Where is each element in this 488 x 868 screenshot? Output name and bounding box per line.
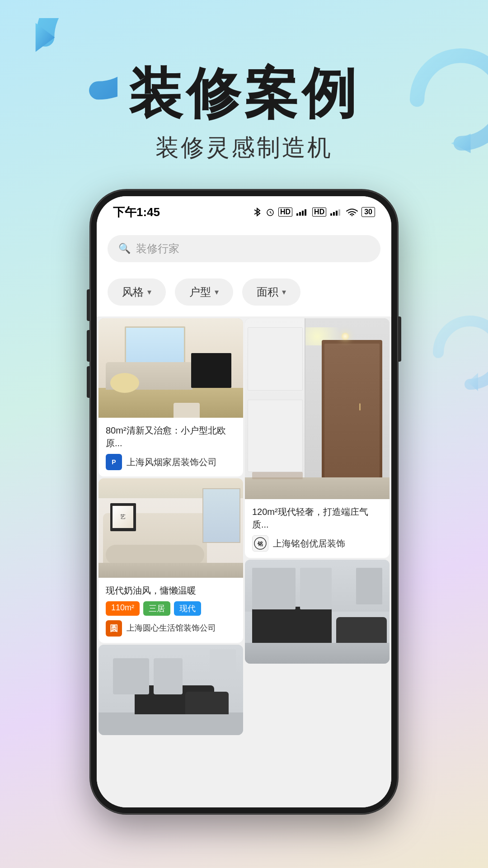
svg-rect-6 bbox=[296, 213, 298, 216]
svg-rect-13 bbox=[338, 209, 340, 216]
company-logo-icon: 铭 bbox=[253, 537, 267, 550]
card-2-tags: 110m² 三居 现代 bbox=[106, 601, 236, 616]
status-bar: 下午1:45 HD bbox=[97, 196, 391, 228]
card-3-logo: 铭 bbox=[252, 535, 268, 552]
signal-icon bbox=[296, 208, 309, 216]
col-right: 120m²现代轻奢，打造端庄气质... 铭 上海铭创优居装饰 bbox=[245, 318, 389, 807]
card-2-company-name: 上海圆心生活馆装饰公司 bbox=[127, 623, 216, 633]
chevron-down-icon: ▾ bbox=[215, 287, 219, 297]
card-luxury[interactable] bbox=[245, 560, 389, 664]
tag-room: 三居 bbox=[143, 601, 170, 616]
svg-line-5 bbox=[270, 212, 272, 213]
signal-icon2 bbox=[330, 208, 343, 216]
page-title: 装修案例 bbox=[128, 63, 360, 123]
search-container: 🔍 装修行家 bbox=[97, 228, 391, 271]
card-3-company: 铭 上海铭创优居装饰 bbox=[252, 535, 382, 552]
status-icons: HD HD bbox=[252, 207, 375, 217]
bluetooth-icon bbox=[252, 208, 262, 217]
tag-area: 110m² bbox=[106, 601, 140, 616]
chevron-down-icon: ▾ bbox=[147, 287, 151, 297]
bg-arrow-bottom-right bbox=[425, 307, 488, 398]
card-2-logo: 圆 bbox=[106, 620, 122, 637]
filter-layout[interactable]: 户型 ▾ bbox=[175, 278, 233, 306]
phone-screen: 下午1:45 HD bbox=[97, 196, 391, 807]
card-1-title: 80m²清新又治愈：小户型北欧原... bbox=[106, 424, 236, 449]
chevron-down-icon: ▾ bbox=[282, 287, 286, 297]
card-1-company-name: 上海风烟家居装饰公司 bbox=[127, 456, 217, 468]
card-1-info: 80m²清新又治愈：小户型北欧原... P 上海风烟家居装饰公司 bbox=[99, 418, 243, 476]
col-left: 80m²清新又治愈：小户型北欧原... P 上海风烟家居装饰公司 bbox=[99, 318, 243, 807]
hd-label: HD bbox=[278, 208, 292, 217]
card-living-room[interactable]: 80m²清新又治愈：小户型北欧原... P 上海风烟家居装饰公司 bbox=[99, 318, 243, 476]
card-flat[interactable] bbox=[99, 645, 243, 735]
card-1-company: P 上海风烟家居装饰公司 bbox=[106, 454, 236, 470]
header-section: 装修案例 装修灵感制造机 bbox=[0, 27, 488, 164]
filter-area[interactable]: 面积 ▾ bbox=[242, 278, 300, 306]
card-3-company-name: 上海铭创优居装饰 bbox=[273, 538, 345, 550]
battery-label: 30 bbox=[361, 207, 375, 217]
card-3-info: 120m²现代轻奢，打造端庄气质... 铭 上海铭创优居装饰 bbox=[245, 499, 389, 558]
alarm-icon bbox=[266, 208, 275, 217]
search-bar[interactable]: 🔍 装修行家 bbox=[108, 235, 380, 262]
card-2-title: 现代奶油风，慵懒温暖 bbox=[106, 584, 236, 597]
filter-style[interactable]: 风格 ▾ bbox=[108, 278, 166, 306]
card-2-info: 现代奶油风，慵懒温暖 110m² 三居 现代 圆 上海圆心生活馆装饰公司 bbox=[99, 578, 243, 643]
phone-mockup: 下午1:45 HD bbox=[90, 190, 398, 814]
content-grid: 80m²清新又治愈：小户型北欧原... P 上海风烟家居装饰公司 bbox=[97, 316, 391, 807]
svg-rect-7 bbox=[299, 212, 301, 216]
hd-label2: HD bbox=[312, 208, 326, 217]
svg-rect-11 bbox=[333, 212, 335, 216]
card-1-logo: P bbox=[106, 454, 122, 470]
svg-rect-9 bbox=[305, 209, 306, 216]
svg-text:铭: 铭 bbox=[257, 541, 263, 547]
card-hallway[interactable]: 120m²现代轻奢，打造端庄气质... 铭 上海铭创优居装饰 bbox=[245, 318, 389, 558]
tag-style: 现代 bbox=[174, 601, 201, 616]
wifi-icon bbox=[346, 208, 358, 216]
phone-frame: 下午1:45 HD bbox=[90, 190, 398, 814]
svg-point-14 bbox=[352, 215, 353, 217]
svg-rect-12 bbox=[336, 211, 338, 216]
filter-row: 风格 ▾ 户型 ▾ 面积 ▾ bbox=[97, 271, 391, 316]
svg-rect-10 bbox=[330, 213, 332, 216]
card-3-title: 120m²现代轻奢，打造端庄气质... bbox=[252, 505, 382, 531]
card-bedroom[interactable]: 艺 现代奶油风，慵懒温暖 110m² 三居 现代 bbox=[99, 478, 243, 643]
svg-rect-8 bbox=[302, 211, 304, 216]
page-subtitle: 装修灵感制造机 bbox=[155, 132, 333, 164]
search-placeholder: 装修行家 bbox=[136, 241, 179, 256]
card-2-company: 圆 上海圆心生活馆装饰公司 bbox=[106, 620, 236, 637]
search-icon: 🔍 bbox=[118, 243, 131, 255]
status-time: 下午1:45 bbox=[113, 204, 160, 220]
